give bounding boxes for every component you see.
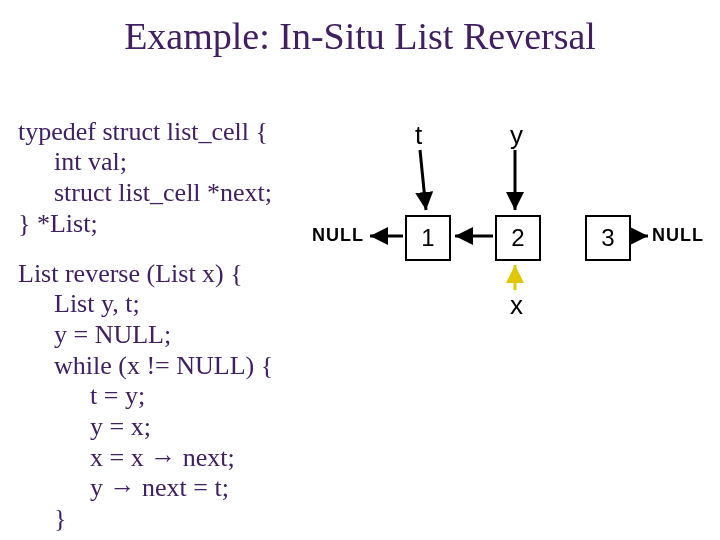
code-line: y = x;	[18, 412, 151, 443]
code-line: int val;	[18, 147, 127, 178]
slide-title: Example: In-Situ List Reversal	[0, 14, 720, 58]
function-code: List reverse (List x) { List y, t; y = N…	[18, 228, 273, 540]
typedef-code: typedef struct list_cell { int val; stru…	[18, 86, 272, 239]
code-line: List reverse (List x) {	[18, 259, 243, 288]
code-line: typedef struct list_cell {	[18, 117, 268, 146]
code-line: t = y;	[18, 381, 145, 412]
code-line: while (x != NULL) {	[18, 351, 273, 382]
code-line: struct list_cell *next;	[18, 178, 272, 209]
diagram-arrows	[290, 90, 710, 350]
list-diagram: t y x NULL NULL 1 2 3	[290, 90, 710, 350]
code-line: }	[18, 504, 66, 535]
code-line: List y, t;	[18, 289, 140, 320]
code-line: y = NULL;	[18, 320, 171, 351]
svg-line-0	[420, 150, 426, 210]
code-line: y → next = t;	[18, 473, 229, 504]
code-line: return y;	[18, 535, 143, 540]
code-line: x = x → next;	[18, 443, 235, 474]
